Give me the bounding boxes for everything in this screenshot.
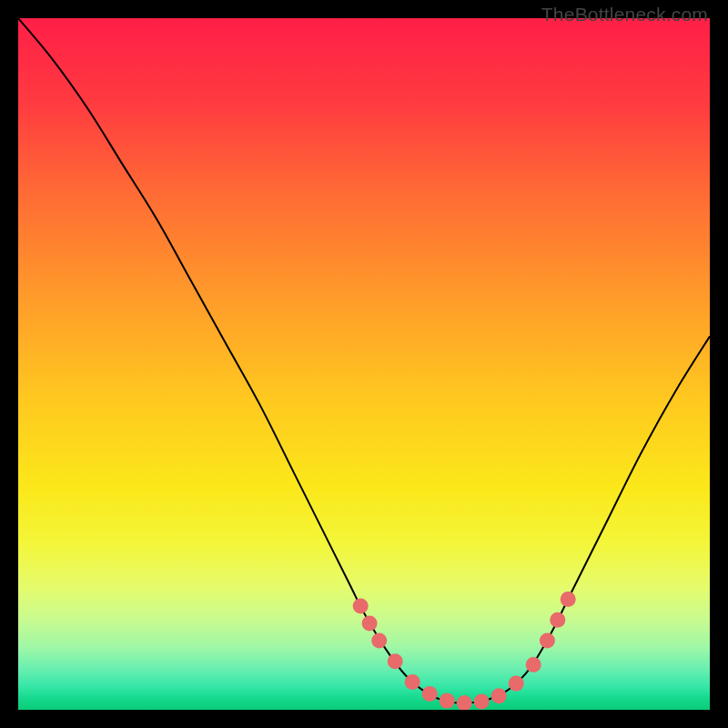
data-marker xyxy=(422,686,438,702)
data-marker xyxy=(540,633,555,649)
chart-plot-area xyxy=(18,18,710,710)
data-marker xyxy=(509,676,524,692)
data-marker xyxy=(550,612,565,628)
data-marker xyxy=(371,633,387,649)
data-marker xyxy=(526,657,541,672)
data-marker xyxy=(474,693,490,709)
data-marker xyxy=(362,616,378,632)
data-marker xyxy=(491,688,507,703)
watermark-text: TheBottleneck.com xyxy=(541,4,708,25)
data-marker xyxy=(561,592,576,607)
data-marker xyxy=(405,674,420,690)
data-marker xyxy=(440,693,455,709)
data-marker xyxy=(353,599,369,614)
chart-svg xyxy=(18,18,710,710)
data-marker xyxy=(388,653,403,669)
